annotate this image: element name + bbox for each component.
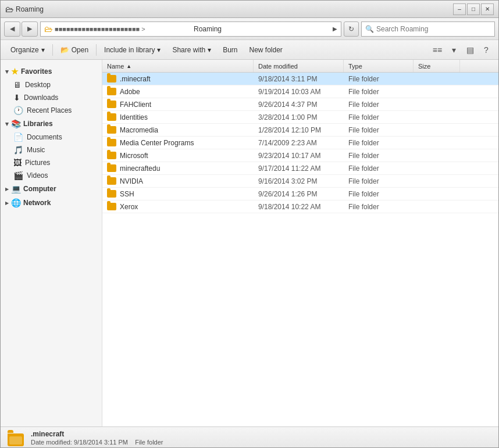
table-row[interactable]: Xerox 9/18/2014 10:22 AM File folder <box>102 200 498 213</box>
file-cell-date: 9/26/2014 1:26 PM <box>254 188 344 200</box>
file-cell-date: 9/18/2014 10:22 AM <box>254 200 344 213</box>
file-cell-type: File folder <box>344 73 414 85</box>
address-bar[interactable]: 🗁 ■■■■■■■■■■■■■■■■■■■■■■ > Roaming ▶ <box>40 21 341 37</box>
file-cell-name: Adobe <box>102 85 254 98</box>
file-cell-name: SSH <box>102 188 254 200</box>
folder-icon <box>107 177 116 185</box>
network-label: Network <box>23 199 51 207</box>
file-name-label: NVIDIA <box>120 177 143 185</box>
minimize-button[interactable]: – <box>453 3 466 15</box>
file-cell-name: NVIDIA <box>102 175 254 187</box>
folder-icon <box>107 190 116 198</box>
col-header-type[interactable]: Type <box>344 60 414 72</box>
sidebar-item-videos[interactable]: 🎬 Videos <box>1 169 102 182</box>
file-cell-name: minecraftedu <box>102 162 254 174</box>
open-button[interactable]: 📂 Open <box>55 42 94 58</box>
toolbar-separator-2 <box>96 44 97 56</box>
recent-places-label: Recent Places <box>27 106 72 114</box>
libraries-icon: 📚 <box>11 119 21 128</box>
organize-label: Organize <box>10 46 39 54</box>
file-cell-type: File folder <box>344 200 414 213</box>
music-icon: 🎵 <box>13 145 23 155</box>
table-row[interactable]: .minecraft 9/18/2014 3:11 PM File folder <box>102 73 498 85</box>
file-cell-name: .minecraft <box>102 73 254 85</box>
preview-pane-button[interactable]: ▤ <box>462 42 477 58</box>
table-row[interactable]: Identities 3/28/2014 1:00 PM File folder <box>102 111 498 124</box>
sidebar-item-downloads[interactable]: ⬇ Downloads <box>1 91 102 104</box>
sidebar-item-documents[interactable]: 📄 Documents <box>1 131 102 144</box>
organize-arrow-icon: ▾ <box>41 46 45 54</box>
sidebar-item-recent-places[interactable]: 🕐 Recent Places <box>1 104 102 117</box>
organize-button[interactable]: Organize ▾ <box>5 42 50 58</box>
libraries-label: Libraries <box>23 120 53 128</box>
file-cell-type: File folder <box>344 98 414 110</box>
window-icon: 🗁 <box>5 5 13 14</box>
status-detail-value: 9/18/2014 3:11 PM <box>74 439 128 446</box>
include-library-button[interactable]: Include in library ▾ <box>99 42 166 58</box>
sidebar-item-pictures[interactable]: 🖼 Pictures <box>1 156 102 169</box>
table-row[interactable]: Adobe 9/19/2014 10:03 AM File folder <box>102 85 498 98</box>
computer-collapse-icon: ▸ <box>5 185 9 193</box>
recent-places-icon: 🕐 <box>13 106 23 115</box>
refresh-button[interactable]: ↻ <box>344 21 359 37</box>
col-header-name[interactable]: Name ▲ <box>102 60 254 72</box>
forward-button[interactable]: ▶ <box>22 21 38 37</box>
file-cell-type: File folder <box>344 137 414 149</box>
view-dropdown-button[interactable]: ▾ <box>446 42 461 58</box>
favorites-star-icon: ★ <box>11 67 19 76</box>
table-row[interactable]: NVIDIA 9/16/2014 3:02 PM File folder <box>102 175 498 188</box>
table-row[interactable]: Microsoft 9/23/2014 10:17 AM File folder <box>102 149 498 162</box>
documents-label: Documents <box>27 133 62 141</box>
help-button[interactable]: ? <box>479 42 494 58</box>
burn-button[interactable]: Burn <box>218 42 243 58</box>
folder-icon <box>107 113 116 121</box>
file-cell-date: 9/17/2014 11:22 AM <box>254 162 344 174</box>
file-cell-name: FAHClient <box>102 98 254 110</box>
file-cell-name: Macromedia <box>102 124 254 136</box>
folder-icon <box>107 139 116 146</box>
toolbar-view-buttons: ≡≡ ▾ ▤ ? <box>430 42 494 58</box>
libraries-section[interactable]: ▾ 📚 Libraries <box>1 117 102 131</box>
close-button[interactable]: ✕ <box>481 3 494 15</box>
include-library-label: Include in library <box>104 46 155 54</box>
table-row[interactable]: FAHClient 9/26/2014 4:37 PM File folder <box>102 98 498 111</box>
downloads-label: Downloads <box>24 94 58 102</box>
col-header-date[interactable]: Date modified <box>254 60 344 72</box>
table-row[interactable]: Media Center Programs 7/14/2009 2:23 AM … <box>102 137 498 149</box>
folder-icon <box>107 152 116 159</box>
back-button[interactable]: ◀ <box>4 21 20 37</box>
file-cell-size <box>414 137 460 149</box>
downloads-icon: ⬇ <box>13 93 20 102</box>
sidebar-item-desktop[interactable]: 🖥 Desktop <box>1 78 102 91</box>
maximize-button[interactable]: □ <box>467 3 480 15</box>
search-bar[interactable]: 🔍 <box>361 21 495 37</box>
videos-label: Videos <box>27 171 48 180</box>
col-header-size[interactable]: Size <box>414 60 460 72</box>
table-row[interactable]: Macromedia 1/28/2014 12:10 PM File folde… <box>102 124 498 137</box>
file-cell-type: File folder <box>344 149 414 162</box>
file-cell-size <box>414 124 460 136</box>
table-row[interactable]: SSH 9/26/2014 1:26 PM File folder <box>102 188 498 200</box>
status-type-label: File folder <box>135 439 163 446</box>
status-detail: Date modified: 9/18/2014 3:11 PM File fo… <box>31 439 163 446</box>
new-folder-button[interactable]: New folder <box>244 42 288 58</box>
file-cell-size <box>414 200 460 213</box>
file-name-label: minecraftedu <box>120 164 160 173</box>
table-row[interactable]: minecraftedu 9/17/2014 11:22 AM File fol… <box>102 162 498 175</box>
file-cell-size <box>414 98 460 110</box>
favorites-label: Favorites <box>21 67 52 76</box>
address-roaming: Roaming <box>194 25 330 33</box>
network-section[interactable]: ▸ 🌐 Network <box>1 196 102 210</box>
file-cell-type: File folder <box>344 175 414 187</box>
file-name-label: Adobe <box>120 88 140 96</box>
sidebar-item-music[interactable]: 🎵 Music <box>1 144 102 156</box>
toolbar-separator-1 <box>52 44 53 56</box>
burn-label: Burn <box>223 46 237 54</box>
file-cell-size <box>414 162 460 174</box>
computer-section[interactable]: ▸ 💻 Computer <box>1 182 102 196</box>
search-input[interactable] <box>376 25 491 33</box>
share-with-button[interactable]: Share with ▾ <box>167 42 216 58</box>
view-list-button[interactable]: ≡≡ <box>430 42 445 58</box>
status-folder-icon <box>8 430 24 446</box>
favorites-section[interactable]: ▾ ★ Favorites <box>1 64 102 78</box>
